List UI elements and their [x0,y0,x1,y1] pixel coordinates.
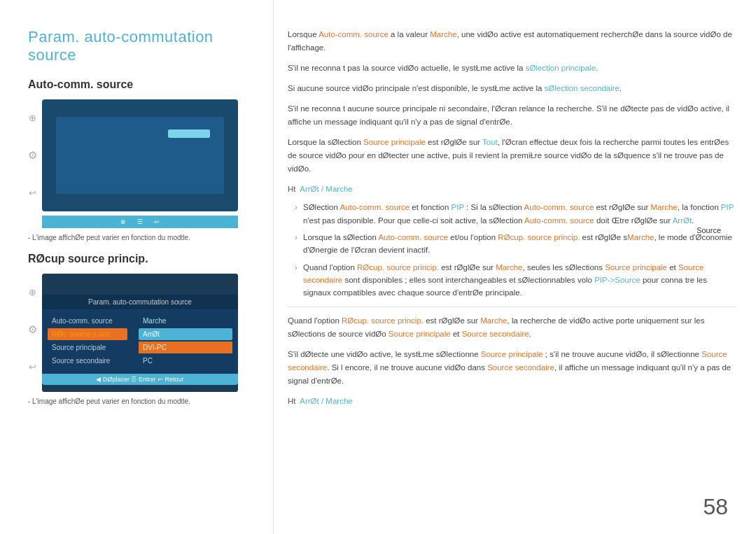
para-3: S'il ne reconna t aucune source principa… [288,102,735,129]
para-0: Lorsque Auto-comm. source a la valeur Ma… [288,28,735,55]
bottom-nav: ◀ DØplacer ☰ Entrer ↩ Retour [96,376,183,383]
hint-arret-marche-0: ArrØt / Marche [300,185,352,193]
tv-bottom-area [42,385,238,392]
tv-mockup-2: Param. auto-commutation source Auto-comm… [42,274,238,392]
b1-marche: Marche [627,233,654,241]
hint-arret-marche-1: ArrØt / Marche [300,397,352,405]
p6-src-principale: Source principale [481,350,543,358]
b0-pip2: PIP [721,203,734,211]
highlight-sel-secondaire: sØlection secondaire [545,84,620,92]
osd-menu-right: Marche ArrØt DVI-PC PC [133,312,238,371]
tv-screen-inner-1 [56,117,224,194]
nav-icon-3: ↩ [154,218,160,225]
osd-menu-left: Auto-comm. source RØc. source p.rinc. So… [42,312,133,371]
hint-line-1: Ht ArrØt / Marche [288,395,735,407]
left-panel: Param. auto-commutation source Auto-comm… [0,0,273,534]
b2-src-principale: Source principale [605,263,667,272]
bullet-item-0: SØlection Auto-comm. source et fonction … [295,201,735,227]
back-icon-2: ↩ [29,362,36,372]
nav-icon-2: ☰ [137,218,143,225]
p5-marche: Marche [480,316,507,325]
b0-auto-comm: Auto-comm. source [340,203,410,211]
osd-val-2: DVI-PC [139,342,232,353]
osd-val-0: Marche [139,315,232,327]
nav-icon-1: ⊕ [120,218,126,225]
page-number: 58 [703,494,728,520]
para-4: Lorsque la sØlection Source principale e… [288,136,735,176]
b0-auto-comm2: Auto-comm. source [524,203,594,211]
b0-arret: ArrØt [673,216,692,225]
b0-marche: Marche [650,203,677,211]
settings-icon-2: ⚙ [28,323,37,336]
highlight-marche-0: Marche [430,30,456,38]
p6-src-secondaire2: Source secondaire [487,363,554,372]
b1-recup: RØcup. source princip. [498,233,580,241]
tv-screen-1 [42,99,238,211]
hint-line-0: Ht ArrØt / Marche [288,183,735,195]
b0-pip: PIP [451,203,464,211]
note2: L'image affichØe peut varier en fonction… [28,398,259,405]
tv-mockup-2-wrapper: ⊕ ⚙ ↩ Param. auto-commutation source Aut… [42,274,259,392]
osd-menu-content: Auto-comm. source RØc. source p.rinc. So… [42,309,238,374]
note1: L'image affichØe peut varier en fonction… [28,234,259,241]
tv-bottom-bar-1: ⊕ ☰ ↩ [42,216,238,228]
divider [288,307,735,307]
back-icon: ↩ [29,188,36,198]
highlight-auto-comm-0: Auto-comm. source [318,30,388,38]
settings-icon: ⚙ [28,149,37,162]
section2-title: RØcup source princip. [28,253,259,265]
b2-pip-source: PIP->Source [594,276,640,284]
b2-marche: Marche [496,263,522,272]
tv-highlight-1 [168,129,210,138]
osd-bottom-bar: ◀ DØplacer ☰ Entrer ↩ Retour [42,374,238,385]
para-6: S'il dØtecte une vidØo active, le systŁm… [288,348,735,388]
osd-row-2: Source principale [48,342,127,353]
highlight-source-principale: Source principale [363,138,426,146]
highlight-sel-principale: sØlection principale [526,64,596,72]
section1-title: Auto-comm. source [28,78,259,91]
right-panel: Lorsque Auto-comm. source a la valeur Ma… [273,0,756,534]
osd-menu: Param. auto-commutation source Auto-comm… [42,295,238,385]
p5-src-principale: Source principale [388,330,451,338]
tv-side-icons-2: ⊕ ⚙ ↩ [28,274,37,386]
osd-row-1: RØc. source p.rinc. [48,328,127,340]
source-label: Source [696,225,721,237]
b2-recup: RØcup. source princip. [357,263,439,272]
osd-val-3: PC [139,355,232,367]
tv-top-area [42,274,238,295]
bullet-item-1: Lorsque la sØlection Auto-comm. source e… [295,231,735,257]
p5-src-secondaire: Source secondaire [462,330,529,338]
para-5: Quand l'option RØcup. source princip. es… [288,314,735,341]
osd-val-1: ArrØt [139,328,232,340]
up-icon-2: ⊕ [29,287,36,297]
osd-row-0: Auto-comm. source [48,315,127,327]
osd-row-3: Source secondaire [48,355,127,367]
para-2: Si aucune source vidØo principale n'est … [288,82,735,95]
p5-recup: RØcup. source princip. [342,316,424,325]
b1-auto-comm: Auto-comm. source [378,233,448,241]
highlight-tout: Tout [482,138,498,146]
page-title: Param. auto-commutation source [28,28,259,64]
tv-mockup-1: ⊕ ⚙ ↩ ⊕ ☰ ↩ [42,99,259,228]
tv-side-icons-1: ⊕ ⚙ ↩ [28,99,37,211]
osd-menu-title: Param. auto-commutation source [42,295,238,309]
bullet-list: SØlection Auto-comm. source et fonction … [295,201,735,300]
b0-auto-comm3: Auto-comm. source [524,216,594,225]
bullet-item-2: Quand l'option RØcup. source princip. es… [295,261,735,300]
up-icon: ⊕ [29,113,36,123]
para-1: S'il ne reconna t pas la source vidØo ac… [288,62,735,75]
